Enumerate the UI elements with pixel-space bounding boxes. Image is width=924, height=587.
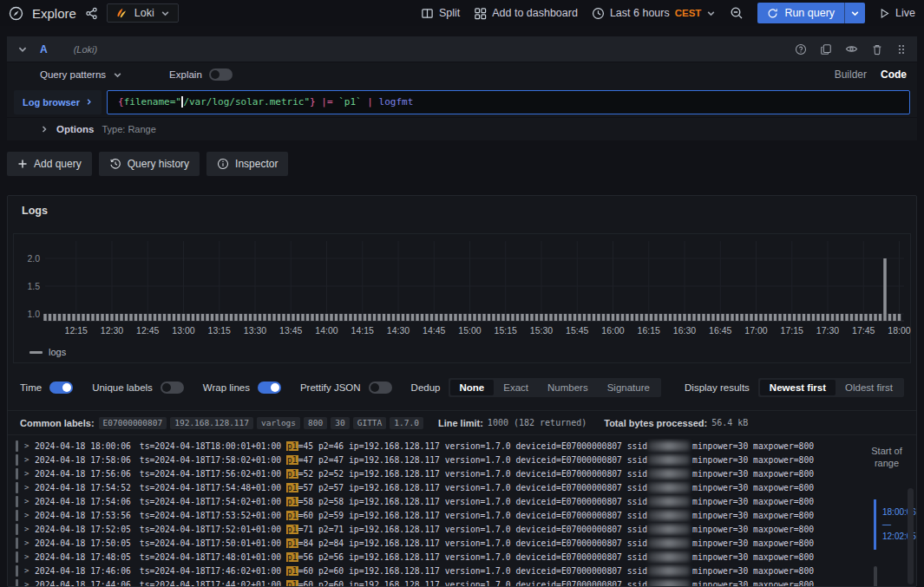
inspector-button[interactable]: Inspector [206, 152, 288, 176]
share-icon[interactable] [85, 7, 98, 20]
toggle-switch[interactable] [49, 382, 73, 394]
editor-mode-toggle: Builder Code [835, 68, 907, 81]
log-row[interactable]: > 2024-04-18 17:48:05 ts=2024-04-18T17:4… [13, 550, 904, 564]
log-message: ts=2024-04-18T18:00:01+01:00 p1=45 p2=46… [140, 441, 814, 451]
help-icon[interactable] [795, 43, 807, 55]
code-mode-button[interactable]: Code [881, 68, 907, 81]
expand-chevron-icon[interactable]: > [24, 441, 35, 450]
duplicate-icon[interactable] [820, 43, 832, 55]
display-option-oldest-first[interactable]: Oldest first [836, 380, 902, 395]
time-range-picker[interactable]: Last 6 hours CEST [592, 7, 716, 20]
log-level-bar [16, 551, 18, 563]
logs-controls: Time Unique labels Wrap lines Prettify J… [20, 375, 904, 401]
match-highlight: p1 [286, 580, 298, 587]
log-row[interactable]: > 2024-04-18 17:56:06 ts=2024-04-18T17:5… [13, 466, 904, 480]
query-datasource-hint: (Loki) [74, 44, 98, 55]
collapse-chevron-icon[interactable] [17, 44, 28, 55]
expand-chevron-icon[interactable]: > [24, 455, 35, 464]
run-query-button[interactable]: Run query [757, 3, 844, 23]
redacted-value [648, 538, 690, 548]
toggle-wrap-lines: Wrap lines [203, 382, 281, 394]
query-patterns-button[interactable]: Query patterns [40, 69, 106, 80]
log-timestamp: 2024-04-18 17:44:06 [35, 580, 131, 587]
bytes-processed-label: Total bytes processed: [604, 418, 707, 428]
expand-chevron-icon[interactable]: > [24, 566, 35, 575]
inspector-label: Inspector [235, 158, 278, 170]
toggle-switch[interactable] [369, 382, 392, 394]
dedup-option-numbers[interactable]: Numbers [538, 380, 598, 395]
log-row[interactable]: > 2024-04-18 18:00:06 ts=2024-04-18T18:0… [13, 439, 904, 453]
dedup-label: Dedup [411, 382, 441, 393]
trash-icon[interactable] [871, 43, 883, 55]
datasource-picker[interactable]: Loki [107, 3, 179, 23]
log-row[interactable]: > 2024-04-18 17:58:06 ts=2024-04-18T17:5… [13, 453, 904, 466]
dedup-option-exact[interactable]: Exact [494, 380, 538, 395]
logs-panel: Logs 1.01.52.012:1512:3012:4513:0013:151… [7, 195, 917, 587]
log-row[interactable]: > 2024-04-18 17:54:52 ts=2024-04-18T17:5… [13, 480, 904, 494]
split-button[interactable]: Split [421, 7, 460, 20]
expand-chevron-icon[interactable]: > [24, 525, 35, 533]
logs-volume-svg[interactable]: 1.01.52.012:1512:3012:4513:0013:1513:301… [14, 234, 912, 340]
redacted-value [648, 552, 690, 562]
svg-text:12:15: 12:15 [65, 325, 88, 336]
log-message: ts=2024-04-18T17:48:01+01:00 p1=56 p2=56… [140, 552, 814, 562]
expand-chevron-icon[interactable]: > [24, 511, 35, 519]
log-row[interactable]: > 2024-04-18 17:50:05 ts=2024-04-18T17:5… [13, 536, 904, 550]
log-timestamp: 2024-04-18 17:54:06 [35, 497, 131, 506]
line-limit-value: 1000 (182 returned) [488, 418, 587, 427]
builder-mode-button[interactable]: Builder [835, 68, 867, 81]
logs-scrollbar[interactable] [908, 488, 914, 584]
log-level-bar [16, 538, 18, 549]
log-row[interactable]: > 2024-04-18 17:46:06 ts=2024-04-18T17:4… [13, 564, 904, 577]
log-browser-button[interactable]: Log browser [14, 90, 102, 114]
explore-toolbar: Explore Loki Split Add to dashboard Last… [0, 0, 924, 26]
query-history-button[interactable]: Query history [99, 152, 200, 176]
log-timestamp: 2024-04-18 17:58:06 [35, 455, 131, 465]
log-row[interactable]: > 2024-04-18 17:44:06 ts=2024-04-18T17:4… [13, 577, 904, 586]
add-query-button[interactable]: Add query [7, 152, 92, 176]
dedup-option-none[interactable]: None [450, 380, 495, 395]
zoom-out-icon[interactable] [730, 6, 744, 20]
expand-chevron-icon[interactable]: > [24, 483, 35, 492]
toggle-switch[interactable] [258, 382, 281, 394]
display-option-newest-first[interactable]: Newest first [760, 380, 836, 395]
clock-icon [592, 7, 605, 20]
redacted-value [648, 566, 690, 576]
svg-text:13:15: 13:15 [208, 325, 231, 336]
expand-chevron-icon[interactable]: > [24, 538, 35, 547]
expand-chevron-icon[interactable]: > [24, 469, 35, 478]
query-row-actions [795, 42, 907, 55]
add-to-dashboard-label: Add to dashboard [492, 7, 578, 19]
toggle-time: Time [20, 382, 73, 394]
eye-icon[interactable] [845, 42, 858, 55]
log-level-bar [16, 565, 18, 577]
expand-chevron-icon[interactable]: > [24, 497, 35, 505]
toggle-unique-labels: Unique labels [92, 382, 184, 394]
dedup-option-signature[interactable]: Signature [598, 380, 659, 395]
log-timestamp: 2024-04-18 17:56:06 [35, 469, 131, 479]
log-row[interactable]: > 2024-04-18 17:54:06 ts=2024-04-18T17:5… [13, 494, 904, 508]
loki-logo-icon [115, 7, 128, 20]
query-expression-input[interactable]: {filename="/var/log/solar.metric"} |= `p… [107, 90, 910, 114]
log-level-bar [16, 454, 18, 466]
explain-toggle[interactable] [209, 68, 233, 81]
log-page-marker-next[interactable] [874, 566, 877, 587]
log-level-bar [16, 482, 18, 493]
drag-handle-icon[interactable] [896, 43, 907, 55]
legend-label[interactable]: logs [49, 347, 66, 357]
live-button[interactable]: Live [879, 7, 915, 19]
query-row-header[interactable]: A (Loki) [7, 36, 917, 62]
timezone-label: CEST [675, 8, 702, 18]
log-row[interactable]: > 2024-04-18 17:52:05 ts=2024-04-18T17:5… [13, 522, 904, 536]
run-query-dropdown[interactable] [844, 3, 865, 23]
toggle-switch[interactable] [161, 382, 184, 394]
expand-chevron-icon[interactable]: > [24, 580, 35, 586]
match-highlight: p1 [286, 469, 298, 479]
logs-meta-row: Common labels: E07000000807192.168.128.1… [8, 410, 916, 435]
log-message: ts=2024-04-18T17:44:02+01:00 p1=60 p2=60… [140, 580, 814, 587]
toolbar-right: Split Add to dashboard Last 6 hours CEST… [421, 3, 915, 23]
query-options-row[interactable]: Options Type: Range [7, 117, 917, 140]
log-row[interactable]: > 2024-04-18 17:53:56 ts=2024-04-18T17:5… [13, 508, 904, 522]
add-to-dashboard-button[interactable]: Add to dashboard [474, 7, 578, 20]
expand-chevron-icon[interactable]: > [24, 552, 35, 561]
